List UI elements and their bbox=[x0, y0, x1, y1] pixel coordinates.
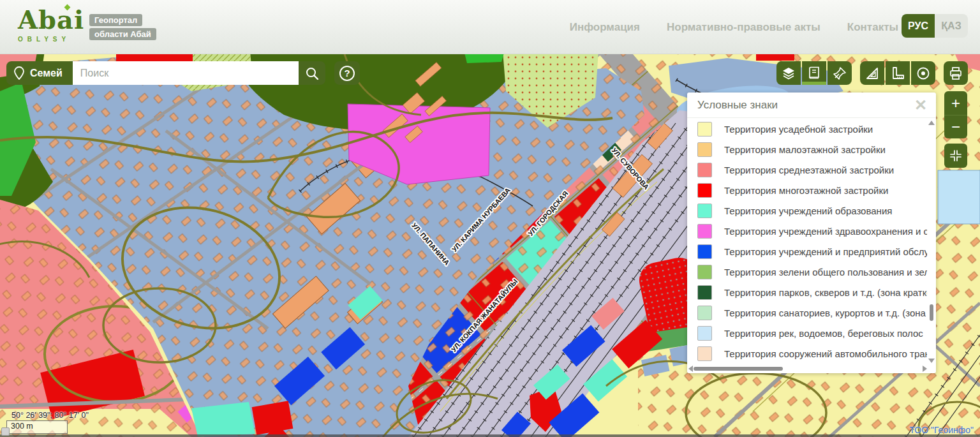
attribution-toggle-button[interactable] bbox=[1, 427, 10, 436]
pin-button[interactable] bbox=[828, 61, 852, 85]
logo-word: Abai bbox=[18, 5, 88, 34]
scroll-left-icon[interactable] bbox=[688, 366, 693, 372]
logo[interactable]: Abai OBLYSY bbox=[18, 5, 88, 48]
legend-label: Территория многоэтажной застройки bbox=[724, 185, 888, 196]
legend-swatch bbox=[697, 244, 712, 259]
search-icon bbox=[305, 66, 319, 80]
badge-region: области Абай bbox=[89, 28, 156, 40]
legend-button[interactable] bbox=[802, 61, 826, 85]
scale-bar: 300 m bbox=[6, 420, 68, 434]
layers-icon bbox=[781, 66, 796, 81]
search-button[interactable] bbox=[299, 61, 325, 85]
legend-item: Территория сооружений автомобильного тра… bbox=[687, 343, 927, 364]
zoom-in-button[interactable]: + bbox=[944, 91, 967, 115]
print-icon bbox=[948, 66, 963, 81]
scroll-down-icon[interactable] bbox=[928, 359, 935, 363]
logo-subtitle: OBLYSY bbox=[18, 36, 88, 43]
legend-swatch bbox=[697, 204, 712, 218]
legend-item: Территория усадебной застройки bbox=[687, 119, 927, 139]
legend-item: Территория учреждений здравоохранения и … bbox=[687, 221, 927, 241]
city-button-label: Семей bbox=[30, 68, 63, 79]
print-button[interactable] bbox=[944, 61, 968, 85]
radius-measure-icon bbox=[916, 66, 931, 81]
city-button[interactable]: Семей bbox=[6, 61, 73, 85]
legend-label: Территория зелени общего пользования и з… bbox=[724, 267, 927, 278]
area-measure-button[interactable] bbox=[860, 61, 884, 85]
question-icon: ? bbox=[339, 66, 355, 81]
legend-item: Территория зелени общего пользования и з… bbox=[687, 262, 927, 282]
legend-label: Территория учреждений образования bbox=[724, 205, 892, 216]
legend-swatch bbox=[697, 183, 712, 198]
legend-panel: Условные знаки ✕ Территория усадебной за… bbox=[687, 93, 936, 373]
legend-item: Территория учреждений образования bbox=[687, 200, 927, 221]
zoom-out-button[interactable]: − bbox=[944, 115, 967, 138]
legend-vertical-scrollbar[interactable] bbox=[928, 121, 935, 363]
vertical-scroll-thumb[interactable] bbox=[930, 304, 933, 321]
legend-item: Территория многоэтажной застройки bbox=[687, 180, 927, 200]
nav-legal-acts[interactable]: Нормативно-правовые акты bbox=[667, 21, 820, 34]
legend-header: Условные знаки ✕ bbox=[687, 93, 936, 118]
legend-item: Территория среднеэтажной застройки bbox=[687, 159, 927, 180]
lang-kaz-button[interactable]: ҚАЗ bbox=[935, 14, 968, 38]
legend-label: Территория среднеэтажной застройки bbox=[724, 165, 894, 175]
legend-swatch bbox=[697, 142, 712, 157]
fit-extent-button[interactable] bbox=[944, 144, 967, 168]
horizontal-scroll-thumb[interactable] bbox=[694, 367, 783, 371]
header: Abai OBLYSY Геопортал области Абай Инфор… bbox=[0, 0, 980, 54]
layers-button[interactable] bbox=[776, 61, 801, 85]
toolbar-group-layers bbox=[776, 61, 852, 85]
length-measure-icon bbox=[890, 66, 905, 81]
location-pin-icon bbox=[14, 66, 24, 80]
legend-items: Территория усадебной застройки Территори… bbox=[687, 119, 927, 364]
map-container: УЛ. ПАПАНИНА УЛ. КАРИМА НУРБАЕВА УЛ. ГОР… bbox=[0, 54, 980, 437]
legend-label: Территория учреждений здравоохранения и … bbox=[724, 226, 927, 237]
legend-label: Территория санаториев, курортов и т.д. (… bbox=[724, 307, 927, 318]
toolbar-group-measure bbox=[860, 61, 935, 85]
legend-swatch bbox=[697, 122, 712, 137]
language-switcher: РУС ҚАЗ bbox=[902, 14, 968, 38]
legend-swatch bbox=[697, 326, 712, 341]
length-measure-button[interactable] bbox=[886, 61, 910, 85]
legend-swatch bbox=[697, 306, 712, 320]
legend-label: Территория усадебной застройки bbox=[724, 124, 873, 135]
badge-geoportal: Геопортал bbox=[89, 14, 142, 26]
search-bar: Семей bbox=[6, 61, 325, 85]
legend-swatch bbox=[697, 265, 712, 279]
legend-swatch bbox=[697, 285, 712, 300]
nav-information[interactable]: Информация bbox=[570, 21, 640, 34]
legend-label: Территория сооружений автомобильного тра… bbox=[724, 348, 927, 359]
scroll-right-icon[interactable] bbox=[923, 366, 927, 372]
area-measure-icon bbox=[865, 66, 880, 81]
legend-label: Территория учреждений и предприятий обсл… bbox=[724, 246, 927, 257]
attribution-link[interactable]: ТОО "Геоинфо" bbox=[909, 425, 974, 435]
legend-item: Территория санаториев, курортов и т.д. (… bbox=[687, 302, 927, 323]
mouse-coordinates: 50° 26' 39"; 80° 17' 0" bbox=[11, 411, 89, 420]
legend-label: Территория рек, водоемов, береговых поло… bbox=[724, 328, 923, 339]
pin-icon bbox=[832, 66, 847, 81]
legend-horizontal-scrollbar[interactable] bbox=[688, 366, 927, 372]
legend-label: Территория малоэтажной застройки bbox=[724, 144, 886, 155]
legend-swatch bbox=[697, 224, 712, 239]
map-toolbar bbox=[776, 61, 968, 85]
main-nav: Информация Нормативно-правовые акты Конт… bbox=[570, 0, 898, 54]
legend-swatch bbox=[697, 346, 712, 361]
legend-swatch bbox=[697, 163, 712, 177]
legend-icon bbox=[807, 66, 821, 80]
search-input[interactable] bbox=[73, 61, 299, 85]
nav-contacts[interactable]: Контакты bbox=[847, 21, 898, 34]
radius-measure-button[interactable] bbox=[911, 61, 935, 85]
help-button[interactable]: ? bbox=[334, 61, 360, 85]
legend-title: Условные знаки bbox=[697, 99, 778, 112]
lang-rus-button[interactable]: РУС bbox=[902, 14, 935, 38]
legend-item: Территория малоэтажной застройки bbox=[687, 139, 927, 159]
scroll-up-icon[interactable] bbox=[928, 121, 935, 125]
legend-item: Территория рек, водоемов, береговых поло… bbox=[687, 323, 927, 343]
toolbar-group-print bbox=[944, 61, 968, 85]
legend-label: Территория парков, скверов и т.д. (зона … bbox=[724, 287, 927, 298]
logo-badges: Геопортал области Абай bbox=[89, 14, 156, 42]
legend-item: Территория учреждений и предприятий обсл… bbox=[687, 241, 927, 262]
zoom-controls: + − bbox=[944, 91, 967, 138]
collapse-arrows-icon bbox=[949, 149, 963, 163]
legend-item: Территория парков, скверов и т.д. (зона … bbox=[687, 282, 927, 302]
close-icon[interactable]: ✕ bbox=[914, 99, 927, 112]
